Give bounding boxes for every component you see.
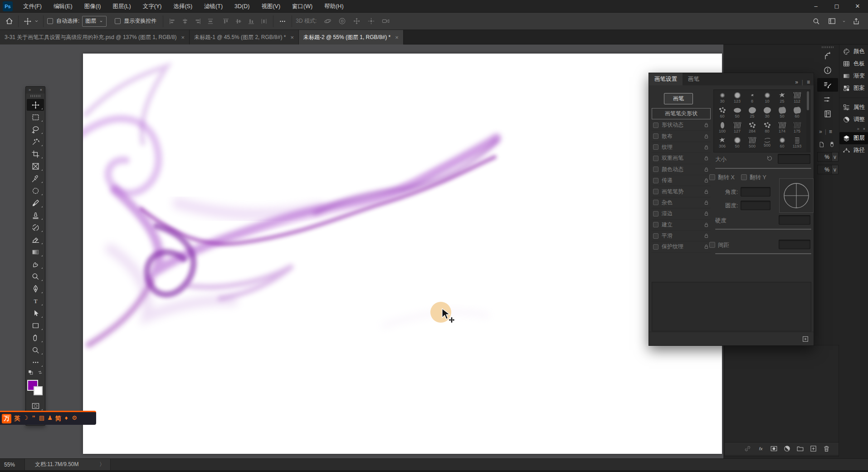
toggle-icon[interactable] bbox=[829, 140, 835, 149]
lock-icon[interactable] bbox=[703, 200, 709, 206]
menu-edit[interactable]: 编辑(E) bbox=[48, 0, 78, 13]
panel-icon-info[interactable] bbox=[817, 64, 838, 77]
align-align-left[interactable] bbox=[167, 16, 178, 27]
align-distribute-v[interactable] bbox=[258, 16, 269, 27]
menu-view[interactable]: 视图(V) bbox=[255, 0, 286, 13]
roundness-input[interactable] bbox=[741, 201, 770, 210]
chevron-down-icon[interactable]: ∨ bbox=[832, 152, 839, 162]
collapse-panel-icon[interactable]: » bbox=[857, 127, 859, 131]
setting-texture[interactable]: 纹理 bbox=[652, 142, 711, 153]
setting-checkbox[interactable] bbox=[653, 233, 658, 239]
opacity-field[interactable]: % ∨ bbox=[817, 152, 841, 162]
tool-hand[interactable] bbox=[27, 332, 44, 344]
tool-gradient[interactable] bbox=[27, 246, 44, 258]
panel-grip[interactable] bbox=[30, 95, 40, 97]
layer-group[interactable] bbox=[795, 445, 805, 452]
flip-y-checkbox[interactable] bbox=[741, 174, 747, 180]
more-options-icon[interactable] bbox=[277, 16, 288, 27]
ime-punctuation[interactable]: ’’ bbox=[29, 414, 38, 423]
panel-grip[interactable] bbox=[822, 46, 834, 48]
reset-icon[interactable] bbox=[766, 155, 773, 162]
flip-x-checkbox[interactable] bbox=[709, 174, 715, 180]
delete-layer[interactable] bbox=[822, 445, 831, 452]
setting-brush-pose[interactable]: 画笔笔势 bbox=[652, 186, 711, 197]
adjustment-layer[interactable] bbox=[782, 445, 791, 452]
home-icon[interactable] bbox=[4, 16, 15, 27]
tab-doc3[interactable]: 未标题-2 @ 55% (图层 1, RGB/8#) * × bbox=[299, 30, 404, 44]
ime-night-mode[interactable]: ☽ bbox=[21, 414, 29, 423]
setting-checkbox[interactable] bbox=[653, 167, 658, 172]
show-transform-checkbox[interactable] bbox=[115, 18, 121, 24]
tab-brushes[interactable]: 画笔 bbox=[683, 73, 705, 85]
collapse-panel-icon[interactable]: » bbox=[795, 79, 798, 85]
close-panel-icon[interactable]: × bbox=[863, 127, 865, 131]
tool-brush[interactable] bbox=[27, 197, 44, 209]
layer-effects[interactable] bbox=[756, 445, 765, 452]
close-panel-icon[interactable]: × bbox=[40, 87, 42, 93]
lock-icon[interactable] bbox=[703, 155, 709, 161]
menu-image[interactable]: 图像(I) bbox=[78, 0, 107, 13]
tab-doc1[interactable]: 3-31 关于画笔工具设置与高级应用的补充.psd @ 137% (图层 1, … bbox=[0, 30, 190, 44]
3d-roll[interactable] bbox=[336, 16, 347, 27]
setting-color-dynamics[interactable]: 颜色动态 bbox=[652, 164, 711, 175]
align-align-top[interactable] bbox=[220, 16, 231, 27]
setting-wet-edges[interactable]: 湿边 bbox=[652, 208, 711, 219]
hardness-slider[interactable] bbox=[715, 229, 811, 230]
close-button[interactable]: ✕ bbox=[847, 0, 868, 13]
ime-simplified-chinese[interactable]: 简 bbox=[54, 414, 62, 423]
setting-shape-dynamics[interactable]: 形状动态 bbox=[652, 120, 711, 131]
collapse-panel-icon[interactable]: » bbox=[29, 87, 31, 93]
lock-icon[interactable] bbox=[703, 189, 709, 195]
menu-help[interactable]: 帮助(H) bbox=[318, 0, 349, 13]
tool-marquee[interactable] bbox=[27, 111, 44, 123]
spacing-checkbox[interactable] bbox=[709, 242, 715, 248]
setting-scattering[interactable]: 散布 bbox=[652, 131, 711, 142]
maximize-button[interactable]: ◻ bbox=[826, 0, 847, 13]
move-tool-icon[interactable] bbox=[22, 16, 33, 27]
tool-crop[interactable] bbox=[27, 148, 44, 160]
lock-icon[interactable] bbox=[703, 244, 709, 250]
3d-orbit[interactable] bbox=[322, 16, 333, 27]
panel-icon-libraries[interactable] bbox=[817, 107, 838, 121]
background-color-swatch[interactable] bbox=[34, 386, 43, 395]
tool-dodge[interactable] bbox=[27, 270, 44, 282]
menu-filter[interactable]: 滤镜(T) bbox=[198, 0, 229, 13]
quick-mask-button[interactable] bbox=[27, 400, 44, 412]
angle-roundness-control[interactable] bbox=[779, 178, 814, 213]
align-distribute-h[interactable] bbox=[205, 16, 216, 27]
tab-brush-settings[interactable]: 画笔设置 bbox=[649, 73, 683, 85]
workspace-chevron-icon[interactable] bbox=[842, 19, 846, 24]
size-slider[interactable] bbox=[715, 168, 811, 169]
lock-icon[interactable] bbox=[703, 211, 709, 216]
setting-checkbox[interactable] bbox=[653, 178, 658, 183]
brush-tool-button[interactable]: 画笔 bbox=[664, 93, 693, 104]
tab-doc2[interactable]: 未标题-1 @ 45.5% (图层 2, RGB/8#) * × bbox=[190, 30, 299, 44]
status-chevron-icon[interactable]: 〉 bbox=[99, 461, 105, 468]
page-icon[interactable] bbox=[818, 141, 825, 148]
3d-pan[interactable] bbox=[351, 16, 362, 27]
align-align-middle[interactable] bbox=[233, 16, 244, 27]
swap-colors-icon[interactable] bbox=[37, 369, 43, 375]
collapse-panel-icon[interactable]: » bbox=[819, 128, 822, 135]
lock-icon[interactable] bbox=[703, 222, 709, 228]
tab-close-icon[interactable]: × bbox=[395, 34, 399, 41]
angle-input[interactable] bbox=[741, 187, 770, 197]
align-align-bottom[interactable] bbox=[246, 16, 257, 27]
tool-eraser[interactable] bbox=[27, 234, 44, 246]
ime-logo[interactable]: 万 bbox=[2, 414, 11, 423]
brush-tip-shape-item[interactable]: 画笔笔尖形状 bbox=[652, 108, 711, 119]
tool-smudge[interactable] bbox=[27, 258, 44, 270]
tool-frame[interactable] bbox=[27, 160, 44, 172]
panel-tab-gradients[interactable]: 渐变 bbox=[839, 70, 868, 82]
panel-tab-patterns[interactable]: 图案 bbox=[839, 82, 868, 94]
setting-noise[interactable]: 杂色 bbox=[652, 197, 711, 208]
setting-checkbox[interactable] bbox=[653, 144, 658, 150]
spacing-slider[interactable] bbox=[715, 253, 811, 254]
spacing-input[interactable] bbox=[779, 240, 810, 249]
layers-panel-body[interactable] bbox=[724, 345, 839, 457]
panel-menu-icon[interactable]: ≡ bbox=[829, 128, 832, 135]
setting-checkbox[interactable] bbox=[653, 123, 658, 128]
tool-shape[interactable] bbox=[27, 320, 44, 331]
lock-icon[interactable] bbox=[703, 144, 709, 150]
tool-zoom[interactable] bbox=[27, 344, 44, 356]
